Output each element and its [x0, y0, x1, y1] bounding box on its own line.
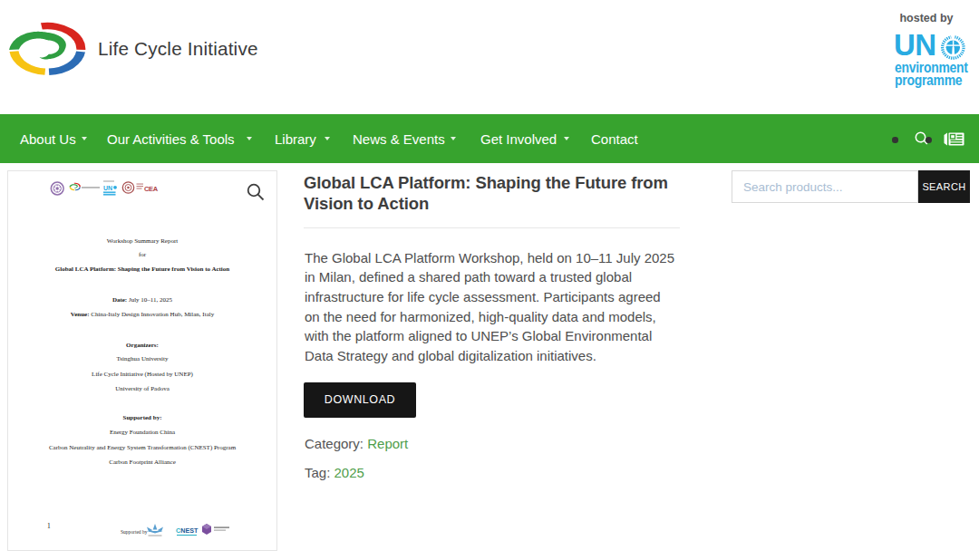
- svg-text:CEA: CEA: [144, 185, 159, 193]
- svg-text:CNEST: CNEST: [176, 526, 199, 535]
- svg-text:UN: UN: [103, 185, 112, 191]
